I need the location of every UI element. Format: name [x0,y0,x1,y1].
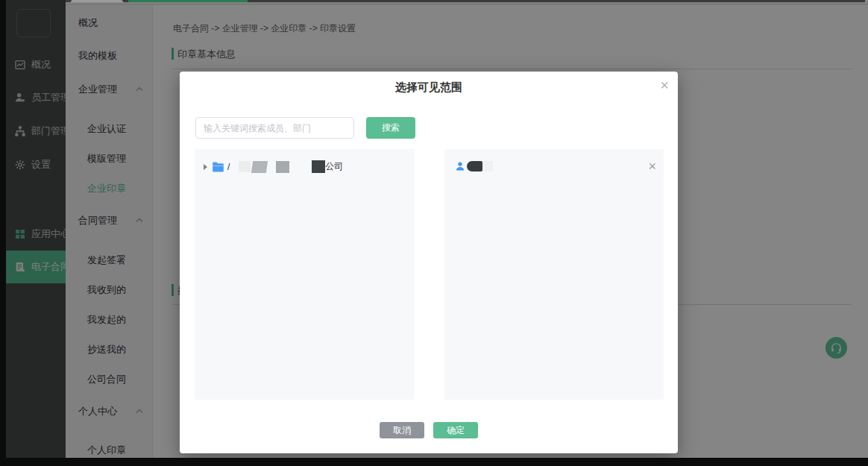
desktop-background: 概况 员工管理 部门管理 设置 [0,0,868,466]
remove-icon[interactable]: × [648,160,656,173]
caret-right-icon[interactable] [204,164,207,170]
top-tab-strip [66,0,865,2]
selected-member-row: × [444,149,664,173]
confirm-button[interactable]: 确定 [433,422,478,438]
tree-node-company[interactable]: / 公司 [195,149,415,173]
tree-path-prefix: / [227,162,230,172]
user-icon [455,161,465,171]
redacted-text-block [276,161,289,173]
selected-members-panel[interactable]: × [444,149,664,400]
dialog-footer: 取消 确定 [180,422,678,438]
redacted-text-block [312,160,325,173]
dialog-title: 选择可见范围 [180,81,678,95]
redacted-text-block [251,161,268,173]
org-tree-panel[interactable]: / 公司 [195,149,415,400]
app-window: 概况 员工管理 部门管理 设置 [6,0,868,458]
redacted-text-block [482,161,493,171]
redacted-text-block [467,161,482,171]
folder-icon [212,162,224,172]
inactive-tab-fragment[interactable] [71,0,123,2]
visible-range-dialog: 选择可见范围 × 搜索 / 公司 [180,72,678,453]
search-input[interactable] [195,117,354,139]
close-icon[interactable]: × [660,75,669,95]
search-button[interactable]: 搜索 [366,117,415,139]
active-tab-fragment[interactable] [128,0,248,2]
company-suffix-label: 公司 [325,160,343,173]
redacted-text-block [239,161,251,172]
cancel-button[interactable]: 取消 [380,422,424,438]
